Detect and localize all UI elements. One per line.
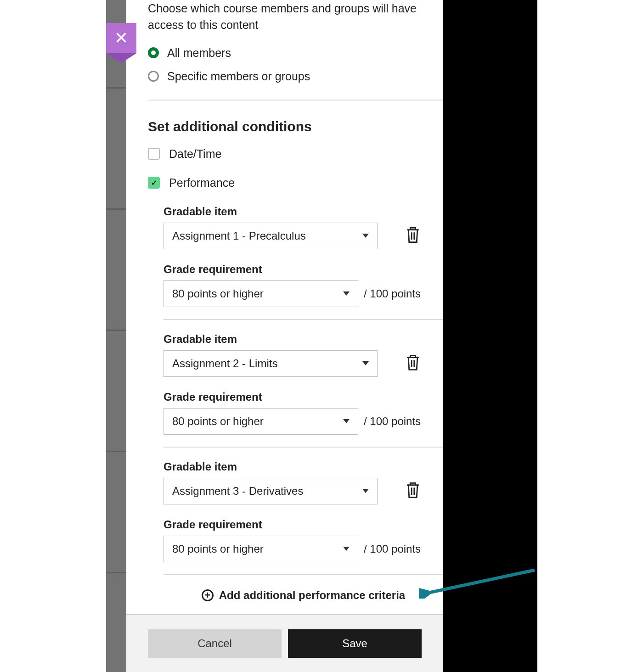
radio-selected-icon (148, 47, 159, 58)
chevron-down-icon (343, 547, 350, 551)
checkbox-label: Performance (169, 176, 235, 190)
gradable-item-select[interactable]: Assignment 3 - Derivatives (164, 478, 378, 504)
add-criteria-label: Add additional performance criteria (219, 589, 405, 602)
radio-specific-members[interactable]: Specific members or groups (148, 70, 443, 83)
grade-requirement-label: Grade requirement (164, 518, 443, 531)
radio-label: Specific members or groups (167, 70, 310, 83)
checkbox-label: Date/Time (169, 147, 221, 161)
chevron-down-icon (362, 361, 369, 365)
gradable-item-label: Gradable item (164, 205, 443, 218)
divider (164, 319, 443, 320)
trash-icon (405, 226, 421, 244)
chevron-down-icon (343, 419, 350, 423)
points-total: / 100 points (364, 415, 421, 428)
gradable-item-label: Gradable item (164, 333, 443, 346)
divider (164, 447, 443, 448)
radio-label: All members (167, 46, 231, 60)
delete-criterion-button[interactable] (405, 353, 421, 374)
select-value: 80 points or higher (172, 543, 264, 555)
select-value: Assignment 3 - Derivatives (172, 485, 303, 498)
add-performance-criteria-button[interactable]: + Add additional performance criteria (164, 589, 443, 602)
grade-requirement-label: Grade requirement (164, 263, 443, 276)
grade-requirement-select[interactable]: 80 points or higher (164, 408, 358, 435)
trash-icon (405, 481, 421, 499)
select-value: 80 points or higher (172, 287, 264, 300)
save-button[interactable]: Save (288, 629, 422, 658)
gradable-item-label: Gradable item (164, 460, 443, 473)
delete-criterion-button[interactable] (405, 481, 421, 501)
divider (164, 574, 443, 575)
select-value: Assignment 2 - Limits (172, 357, 277, 370)
backdrop-left-strip (106, 0, 126, 672)
points-total: / 100 points (364, 543, 421, 555)
close-icon: ✕ (114, 28, 128, 48)
checkbox-datetime[interactable]: Date/Time (148, 147, 443, 161)
chevron-down-icon (362, 489, 369, 493)
radio-unselected-icon (148, 71, 159, 82)
checkbox-performance[interactable]: ✓ Performance (148, 176, 443, 190)
gradable-item-select[interactable]: Assignment 1 - Precalculus (164, 223, 378, 249)
checkbox-checked-icon: ✓ (148, 177, 160, 189)
performance-criterion: Gradable item Assignment 3 - Derivatives… (164, 460, 443, 575)
chevron-down-icon (343, 291, 350, 296)
grade-requirement-select[interactable]: 80 points or higher (164, 280, 358, 307)
divider (148, 100, 443, 101)
delete-criterion-button[interactable] (405, 226, 421, 246)
trash-icon (405, 353, 421, 372)
cancel-button[interactable]: Cancel (148, 629, 282, 658)
radio-all-members[interactable]: All members (148, 46, 443, 60)
performance-criterion: Gradable item Assignment 2 - Limits Grad… (164, 333, 443, 448)
ribbon-tail (121, 53, 136, 63)
gradable-item-select[interactable]: Assignment 2 - Limits (164, 350, 378, 377)
access-description: Choose which course members and groups w… (148, 0, 435, 34)
plus-circle-icon: + (202, 589, 214, 601)
ribbon-tail (106, 53, 121, 63)
grade-requirement-label: Grade requirement (164, 391, 443, 403)
panel-footer: Cancel Save (126, 614, 443, 672)
grade-requirement-select[interactable]: 80 points or higher (164, 536, 358, 562)
points-total: / 100 points (364, 287, 421, 300)
backdrop-right (443, 0, 537, 672)
select-value: Assignment 1 - Precalculus (172, 230, 306, 242)
select-value: 80 points or higher (172, 415, 264, 428)
performance-criterion: Gradable item Assignment 1 - Precalculus… (164, 205, 443, 320)
release-conditions-panel: Choose which course members and groups w… (126, 0, 443, 614)
conditions-title: Set additional conditions (148, 119, 443, 134)
close-panel-button[interactable]: ✕ (106, 23, 136, 53)
checkbox-unchecked-icon (148, 148, 160, 160)
chevron-down-icon (362, 234, 369, 238)
